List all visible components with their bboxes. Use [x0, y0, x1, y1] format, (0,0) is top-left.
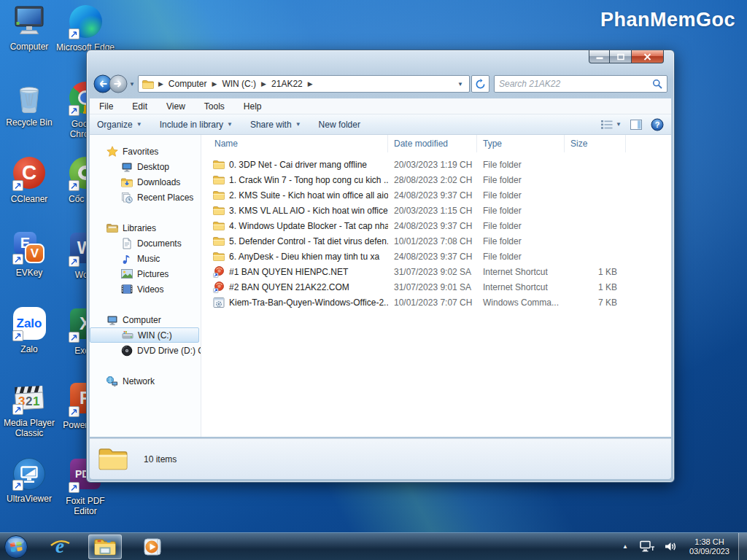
file-row[interactable]: Kiem-Tra-Ban-Quyen-Windows-Office-2...10…	[201, 295, 671, 310]
column-header-date-modified[interactable]: Date modified	[388, 135, 477, 152]
desktop-icon-media-player-classic[interactable]: 321Media Player Classic	[0, 381, 60, 438]
nav-item-dvd-drive-d-ghos[interactable]: DVD Drive (D:) Ghos	[90, 343, 201, 358]
file-name: #2 BAN QUYEN 21AK22.COM	[229, 282, 349, 292]
nav-item-videos[interactable]: Videos	[90, 281, 201, 297]
menu-view[interactable]: View	[163, 100, 189, 113]
evkey-icon: EV	[12, 230, 47, 265]
volume-tray-icon[interactable]	[659, 540, 682, 553]
maximize-button[interactable]	[610, 50, 631, 63]
address-dropdown-caret[interactable]: ▼	[457, 81, 465, 88]
breadcrumb-computer[interactable]: Computer	[166, 77, 209, 90]
nav-item-downloads[interactable]: Downloads	[90, 174, 201, 190]
breadcrumb-win-c[interactable]: WIN (C:)	[220, 77, 258, 90]
file-row[interactable]: #2 BAN QUYEN 21AK22.COM31/07/2023 9:01 S…	[201, 279, 671, 295]
hidden-icons-arrow[interactable]: ▲	[615, 543, 635, 550]
forward-icon	[109, 74, 128, 93]
nav-item-label: Videos	[137, 284, 163, 295]
taskbar-media-player[interactable]	[142, 537, 163, 557]
item-count: 10 items	[144, 454, 177, 464]
taskbar: e ▲	[0, 532, 747, 560]
breadcrumb-21ak22[interactable]: 21AK22	[269, 77, 305, 90]
taskbar-clock[interactable]: 1:38 CH 03/09/2023	[682, 537, 738, 556]
chevron-down-icon: ▼	[295, 121, 301, 128]
dvd-icon	[120, 345, 133, 357]
menu-file[interactable]: File	[96, 100, 117, 113]
views-icon	[600, 120, 614, 130]
nav-item-label: Documents	[137, 238, 182, 249]
file-row[interactable]: 4. Windows Update Blocker - Tat cap nha.…	[201, 218, 671, 233]
file-date: 24/08/2023 9:37 CH	[388, 190, 477, 201]
nav-item-label: Recent Places	[137, 192, 193, 203]
taskbar-internet-explorer[interactable]: e	[49, 536, 71, 558]
nav-item-desktop[interactable]: Desktop	[90, 159, 201, 174]
views-button[interactable]: ▼	[600, 120, 622, 130]
file-date: 10/01/2023 7:07 CH	[388, 298, 477, 308]
file-name: 6. AnyDesk - Dieu khien may tinh tu xa	[229, 252, 379, 262]
desktop-icon-ultraviewer[interactable]: UltraViewer	[0, 456, 60, 504]
column-header-name[interactable]: Name	[201, 135, 388, 152]
desktop-icon-ccleaner[interactable]: CCCleaner	[0, 155, 60, 204]
file-row[interactable]: 6. AnyDesk - Dieu khien may tinh tu xa24…	[201, 249, 671, 264]
nav-item-computer[interactable]: Computer	[90, 312, 201, 327]
desktop-icon-evkey[interactable]: EVEVKey	[0, 230, 60, 278]
folder-icon	[213, 160, 225, 169]
column-headers: NameDate modifiedTypeSize	[201, 135, 671, 152]
toolbar-new-folder[interactable]: New folder	[319, 120, 360, 130]
preview-pane-button[interactable]	[630, 120, 642, 130]
nav-item-network[interactable]: Network	[90, 373, 201, 389]
network-tray-icon[interactable]	[635, 540, 659, 553]
column-header-type[interactable]: Type	[477, 135, 565, 152]
breadcrumb[interactable]: ▶Computer▶WIN (C:)▶21AK22▶ ▼	[138, 75, 470, 93]
file-size: 7 KB	[565, 298, 626, 308]
nav-item-libraries[interactable]: Libraries	[90, 220, 201, 236]
views-caret: ▼	[616, 121, 622, 128]
column-header-size[interactable]: Size	[565, 135, 626, 152]
file-row[interactable]: 1. Crack Win 7 - Tong hop cong cu kich .…	[201, 172, 671, 187]
desktop-icon-label: Zalo	[0, 344, 60, 354]
show-desktop-button[interactable]	[738, 533, 747, 560]
close-button[interactable]	[631, 50, 664, 63]
refresh-button[interactable]	[471, 75, 489, 93]
desktop-icon-label: EVKey	[0, 268, 60, 278]
toolbar-include-in-library[interactable]: Include in library▼	[160, 120, 233, 130]
address-bar-row: ▼ ▶Computer▶WIN (C:)▶21AK22▶ ▼	[93, 74, 667, 93]
nav-item-label: Libraries	[123, 223, 156, 233]
file-row[interactable]: 2. KMS Suite - Kich hoat win office all …	[201, 187, 671, 203]
desktop-icon-microsoft-edge[interactable]: Microsoft Edge	[55, 4, 116, 52]
desktop-icon-recycle-bin[interactable]: Recycle Bin	[0, 80, 60, 128]
menu-edit[interactable]: Edit	[128, 100, 151, 113]
file-row[interactable]: 3. KMS VL ALL AIO - Kich hoat win office…	[201, 203, 671, 218]
command-toolbar: Organize▼Include in library▼Share with▼N…	[90, 114, 671, 135]
menu-help[interactable]: Help	[240, 100, 266, 113]
desktop-icon-zalo[interactable]: ZaloZalo	[0, 306, 60, 354]
svg-text:2: 2	[26, 394, 32, 408]
file-row[interactable]: 0. 3DP Net - Cai driver mang offline20/0…	[201, 157, 671, 172]
file-row[interactable]: #1 BAN QUYEN HIENPC.NET31/07/2023 9:02 S…	[201, 264, 671, 279]
start-button[interactable]	[4, 534, 28, 559]
forward-button[interactable]	[109, 74, 128, 93]
toolbar-organize[interactable]: Organize▼	[97, 120, 142, 130]
menu-tools[interactable]: Tools	[201, 100, 228, 113]
nav-item-documents[interactable]: Documents	[90, 236, 201, 251]
nav-item-favorites[interactable]: Favorites	[90, 144, 201, 159]
breadcrumb-separator: ▶	[305, 80, 316, 88]
minimize-button[interactable]	[589, 50, 610, 63]
file-type: Windows Comma...	[477, 298, 565, 308]
recent-pages-caret[interactable]: ▼	[129, 81, 135, 88]
edge-icon	[68, 5, 103, 40]
file-row[interactable]: 5. Defender Control - Tat diet virus def…	[201, 233, 671, 249]
nav-item-recent-places[interactable]: Recent Places	[90, 190, 201, 205]
nav-item-win-c[interactable]: WIN (C:)	[90, 327, 199, 343]
shortcut-icon	[213, 266, 225, 278]
toolbar-share-with[interactable]: Share with▼	[250, 120, 301, 130]
explorer-window: ▼ ▶Computer▶WIN (C:)▶21AK22▶ ▼ FileEditV…	[86, 50, 675, 483]
nav-item-music[interactable]: Music	[90, 251, 201, 266]
computerS-icon	[106, 314, 118, 326]
nav-item-pictures[interactable]: Pictures	[90, 266, 201, 281]
taskbar-windows-explorer[interactable]	[88, 534, 122, 559]
file-type: File folder	[477, 160, 565, 170]
help-button[interactable]: ?	[651, 118, 664, 131]
search-input[interactable]	[499, 79, 652, 89]
file-type: File folder	[477, 252, 565, 262]
desktop-icon-computer[interactable]: Computer	[0, 4, 60, 52]
